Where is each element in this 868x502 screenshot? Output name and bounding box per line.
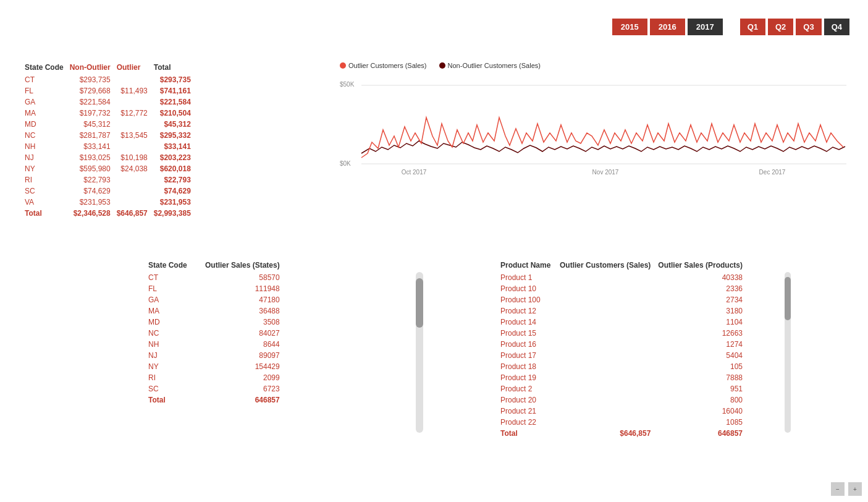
col-total: Total bbox=[154, 62, 197, 74]
non-outlier-line bbox=[361, 141, 845, 153]
q3-button[interactable]: Q3 bbox=[796, 19, 821, 35]
table-row: NJ 89097 bbox=[148, 350, 292, 361]
table-row: Product 20 800 bbox=[500, 394, 748, 406]
table-row: NC $281,787 $13,545 $295,332 bbox=[25, 130, 197, 141]
table-row: MA $197,732 $12,772 $210,504 bbox=[25, 108, 197, 119]
q4-button[interactable]: Q4 bbox=[824, 19, 849, 35]
year-2017-button[interactable]: 2017 bbox=[688, 19, 723, 35]
table-row: Product 1 40338 bbox=[500, 272, 748, 283]
table-row: Product 16 1274 bbox=[500, 339, 748, 350]
table-row: FL $729,668 $11,493 $741,161 bbox=[25, 85, 197, 96]
table-row: Product 17 5404 bbox=[500, 350, 748, 361]
total-row: Total $2,346,528 $646,857 $2,993,385 bbox=[25, 208, 197, 219]
outlier-legend-label: Outlier Customers (Sales) bbox=[348, 62, 427, 69]
table-row: MD 3508 bbox=[148, 317, 292, 328]
state-sales-table: State Code Non-Outlier Outlier Total CT … bbox=[25, 62, 197, 219]
middle-scrollbar[interactable] bbox=[416, 272, 423, 433]
col-outlier-customers: Outlier Customers (Sales) bbox=[557, 260, 656, 272]
table-row: Product 12 3180 bbox=[500, 305, 748, 317]
table-row: NC 84027 bbox=[148, 328, 292, 339]
table-row: GA 47180 bbox=[148, 294, 292, 305]
q2-button[interactable]: Q2 bbox=[768, 19, 793, 35]
table-row: Product 10 2336 bbox=[500, 283, 748, 294]
table-row: RI $22,793 $22,793 bbox=[25, 174, 197, 185]
table-row: Product 2 951 bbox=[500, 383, 748, 394]
col-state-code-2: State Code bbox=[148, 260, 200, 272]
table-row: Product 15 12663 bbox=[500, 328, 748, 339]
col-product-name: Product Name bbox=[500, 260, 557, 272]
table-row: NY $595,980 $24,038 $620,018 bbox=[25, 163, 197, 174]
state-outlier-sales-table: State Code Outlier Sales (States) CT 585… bbox=[148, 260, 292, 406]
table-row: NY 154429 bbox=[148, 361, 292, 372]
year-2016-button[interactable]: 2016 bbox=[650, 19, 685, 35]
x-label-dec: Dec 2017 bbox=[759, 169, 786, 176]
year-2015-button[interactable]: 2015 bbox=[612, 19, 647, 35]
col-non-outlier: Non-Outlier bbox=[70, 62, 117, 74]
middle-scrollbar-thumb[interactable] bbox=[416, 278, 423, 328]
table-row: SC 6723 bbox=[148, 383, 292, 394]
col-outlier-sales-products: Outlier Sales (Products) bbox=[655, 260, 748, 272]
outlier-legend-item: Outlier Customers (Sales) bbox=[340, 62, 427, 69]
y-label-50k: $50K bbox=[340, 81, 355, 88]
q1-button[interactable]: Q1 bbox=[740, 19, 765, 35]
table-row: CT $293,735 $293,735 bbox=[25, 74, 197, 85]
chart-svg: $50K $0K Oct 2017 Nov 2017 Dec 2017 bbox=[340, 74, 846, 179]
chart-svg-container: $50K $0K Oct 2017 Nov 2017 Dec 2017 bbox=[340, 74, 846, 179]
table-row: MD $45,312 $45,312 bbox=[25, 119, 197, 130]
non-outlier-legend-dot bbox=[439, 62, 445, 69]
outlier-legend-dot bbox=[340, 62, 346, 69]
chart-legend: Outlier Customers (Sales) Non-Outlier Cu… bbox=[340, 62, 846, 69]
table-row: MA 36488 bbox=[148, 305, 292, 317]
col-outlier: Outlier bbox=[117, 62, 154, 74]
year-quarter-bar: 2015 2016 2017 Q1 Q2 Q3 Q4 bbox=[612, 19, 849, 35]
table-row: VA $231,953 $231,953 bbox=[25, 197, 197, 208]
table-row: CT 58570 bbox=[148, 272, 292, 283]
table-row: NH $33,141 $33,141 bbox=[25, 141, 197, 152]
table-row: FL 111948 bbox=[148, 283, 292, 294]
col-outlier-sales-states: Outlier Sales (States) bbox=[200, 260, 292, 272]
table-row: Product 21 16040 bbox=[500, 406, 748, 417]
right-scrollbar[interactable] bbox=[785, 272, 791, 433]
corner-controls: − + bbox=[831, 482, 862, 496]
table-row: Product 22 1085 bbox=[500, 417, 748, 428]
table-row: Product 100 2734 bbox=[500, 294, 748, 305]
outlier-line bbox=[361, 117, 843, 158]
non-outlier-legend-item: Non-Outlier Customers (Sales) bbox=[439, 62, 541, 69]
table-row: Product 18 105 bbox=[500, 361, 748, 372]
right-scrollbar-thumb[interactable] bbox=[785, 277, 791, 320]
total-row: Total 646857 bbox=[148, 394, 292, 406]
zoom-in-button[interactable]: + bbox=[848, 482, 862, 496]
table-row: NH 8644 bbox=[148, 339, 292, 350]
product-outlier-table: Product Name Outlier Customers (Sales) O… bbox=[500, 260, 748, 439]
total-row: Total $646,857 646857 bbox=[500, 428, 748, 439]
col-state-code: State Code bbox=[25, 62, 70, 74]
table-row: GA $221,584 $221,584 bbox=[25, 96, 197, 108]
zoom-out-button[interactable]: − bbox=[831, 482, 845, 496]
table-row: NJ $193,025 $10,198 $203,223 bbox=[25, 152, 197, 163]
table-row: Product 14 1104 bbox=[500, 317, 748, 328]
x-label-nov: Nov 2017 bbox=[592, 169, 619, 176]
table-row: RI 2099 bbox=[148, 372, 292, 383]
non-outlier-legend-label: Non-Outlier Customers (Sales) bbox=[448, 62, 541, 69]
x-label-oct: Oct 2017 bbox=[402, 169, 427, 176]
line-chart: Outlier Customers (Sales) Non-Outlier Cu… bbox=[340, 62, 846, 185]
table-row: Product 19 7888 bbox=[500, 372, 748, 383]
y-label-0k: $0K bbox=[340, 160, 351, 167]
table-row: SC $74,629 $74,629 bbox=[25, 185, 197, 197]
